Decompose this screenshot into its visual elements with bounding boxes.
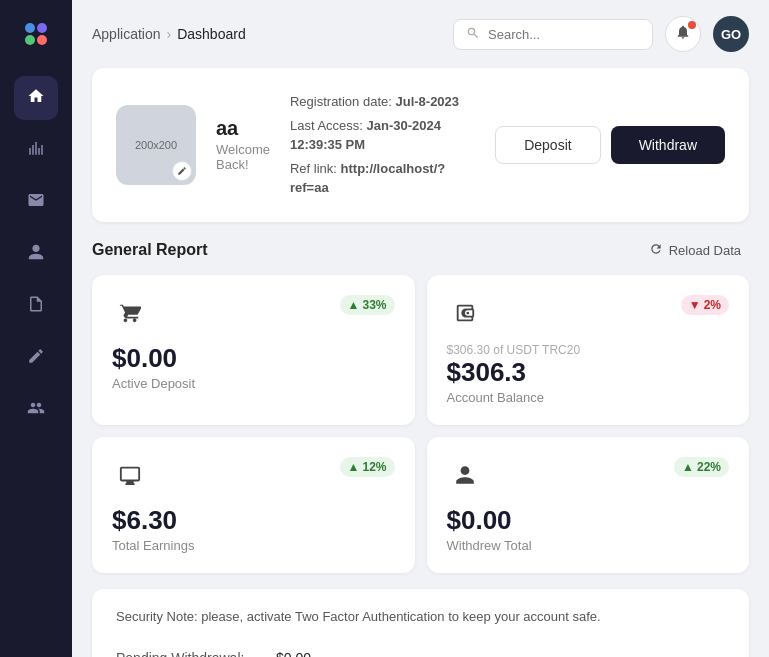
profile-info: aa Welcome Back!: [216, 117, 270, 172]
edit-icon: [27, 347, 45, 370]
stat-card-header-3: ▲ 12%: [112, 457, 395, 493]
badge-value: 33%: [362, 298, 386, 312]
table-row-pending: Pending Withdrawal: $0.00: [116, 640, 725, 658]
home-icon: [27, 87, 45, 110]
last-access: Last Access: Jan-30-2024 12:39:35 PM: [290, 116, 475, 155]
stat-card-account-balance: ▼ 2% $306.30 of USDT TRC20 $306.3 Accoun…: [427, 275, 750, 425]
team-icon: [27, 399, 45, 422]
main-content: Application › Dashboard: [72, 0, 769, 657]
page-header: Application › Dashboard: [92, 16, 749, 52]
avatar-edit-button[interactable]: [172, 161, 192, 181]
breadcrumb-app[interactable]: Application: [92, 26, 161, 42]
report-section-header: General Report Reload Data: [92, 238, 749, 263]
sidebar-item-person[interactable]: [14, 232, 58, 276]
stat-card-header-4: ▲ 22%: [447, 457, 730, 493]
search-box[interactable]: [453, 19, 653, 50]
wallet-icon: [447, 295, 483, 331]
svg-point-2: [25, 35, 35, 45]
profile-actions: Deposit Withdraw: [495, 126, 725, 164]
stat-value-balance: $306.3: [447, 357, 730, 388]
breadcrumb-separator: ›: [167, 26, 172, 42]
search-icon: [466, 26, 480, 43]
stat-card-withdrew-total: ▲ 22% $0.00 Withdrew Total: [427, 437, 750, 573]
breadcrumb: Application › Dashboard: [92, 26, 246, 42]
stat-label-withdrew: Withdrew Total: [447, 538, 730, 553]
inbox-icon: [27, 191, 45, 214]
monitor-icon: [112, 457, 148, 493]
breadcrumb-current: Dashboard: [177, 26, 246, 42]
badge-value-3: 12%: [362, 460, 386, 474]
badge-value-4: 22%: [697, 460, 721, 474]
person-icon: [27, 243, 45, 266]
stat-label-earnings: Total Earnings: [112, 538, 395, 553]
search-input[interactable]: [488, 27, 640, 42]
reload-icon: [649, 242, 663, 259]
user-avatar[interactable]: GO: [713, 16, 749, 52]
svg-point-1: [37, 23, 47, 33]
chevron-up-icon-4: ▲: [682, 460, 694, 474]
stat-label-balance: Account Balance: [447, 390, 730, 405]
svg-point-0: [25, 23, 35, 33]
stat-card-total-earnings: ▲ 12% $6.30 Total Earnings: [92, 437, 415, 573]
notification-badge: [688, 21, 696, 29]
ref-link: Ref link: http://localhost/?ref=aa: [290, 159, 475, 198]
person-withdrew-icon: [447, 457, 483, 493]
avatar-placeholder-text: 200x200: [135, 139, 177, 151]
profile-card: 200x200 aa Welcome Back! Registration da…: [92, 68, 749, 222]
stat-card-header-2: ▼ 2%: [447, 295, 730, 331]
withdraw-button[interactable]: Withdraw: [611, 126, 725, 164]
cart-icon: [112, 295, 148, 331]
stat-value-withdrew: $0.00: [447, 505, 730, 536]
sidebar-item-inbox[interactable]: [14, 180, 58, 224]
stat-badge-earnings: ▲ 12%: [340, 457, 395, 477]
notification-button[interactable]: [665, 16, 701, 52]
badge-value-2: 2%: [704, 298, 721, 312]
svg-point-4: [466, 311, 469, 314]
profile-avatar: 200x200: [116, 105, 196, 185]
stat-card-active-deposit: ▲ 33% $0.00 Active Deposit: [92, 275, 415, 425]
security-note-text: Security Note: please, activate Two Fact…: [116, 609, 725, 624]
report-title: General Report: [92, 241, 208, 259]
table-cell-value-pending: $0.00: [276, 640, 725, 658]
sidebar-logo: [18, 16, 54, 52]
sidebar-item-documents[interactable]: [14, 284, 58, 328]
document-icon: [27, 295, 45, 318]
stat-sublabel-balance: $306.30 of USDT TRC20: [447, 343, 730, 357]
stats-grid: ▲ 33% $0.00 Active Deposit ▼ 2%: [92, 275, 749, 573]
chevron-up-icon: ▲: [348, 298, 360, 312]
sidebar: [0, 0, 72, 657]
stat-badge-account-balance: ▼ 2%: [681, 295, 729, 315]
sidebar-item-edit[interactable]: [14, 336, 58, 380]
sidebar-item-chart[interactable]: [14, 128, 58, 172]
sidebar-item-home[interactable]: [14, 76, 58, 120]
stat-badge-withdrew: ▲ 22%: [674, 457, 729, 477]
sidebar-item-team[interactable]: [14, 388, 58, 432]
stat-badge-active-deposit: ▲ 33%: [340, 295, 395, 315]
chart-icon: [27, 139, 45, 162]
profile-name: aa: [216, 117, 270, 140]
stat-card-header: ▲ 33%: [112, 295, 395, 331]
deposit-button[interactable]: Deposit: [495, 126, 600, 164]
security-note-card: Security Note: please, activate Two Fact…: [92, 589, 749, 658]
header-right: GO: [453, 16, 749, 52]
stat-value-earnings: $6.30: [112, 505, 395, 536]
stat-label-active-deposit: Active Deposit: [112, 376, 395, 391]
table-cell-label-pending: Pending Withdrawal:: [116, 640, 276, 658]
svg-point-3: [37, 35, 47, 45]
registration-date: Registration date: Jul-8-2023: [290, 92, 475, 112]
stat-value-active-deposit: $0.00: [112, 343, 395, 374]
chevron-down-icon: ▼: [689, 298, 701, 312]
security-table: Pending Withdrawal: $0.00 Last Deposit: …: [116, 640, 725, 658]
reload-data-button[interactable]: Reload Data: [641, 238, 749, 263]
chevron-up-icon-3: ▲: [348, 460, 360, 474]
reload-label: Reload Data: [669, 243, 741, 258]
profile-welcome: Welcome Back!: [216, 142, 270, 172]
profile-meta: Registration date: Jul-8-2023 Last Acces…: [290, 92, 475, 198]
